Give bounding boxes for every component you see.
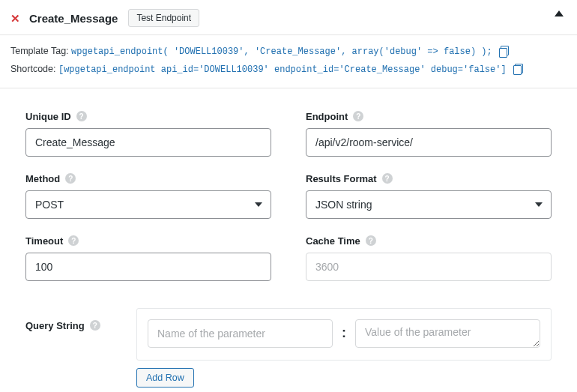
label-text: Query String bbox=[25, 320, 85, 331]
query-string-section: Query String ? : Add Row bbox=[0, 301, 577, 392]
collapse-up-icon[interactable] bbox=[555, 10, 564, 16]
help-icon[interactable]: ? bbox=[76, 111, 87, 121]
label-text: Endpoint bbox=[306, 111, 348, 122]
query-string-row: : bbox=[136, 308, 552, 361]
method-label: Method ? bbox=[25, 173, 271, 184]
label-text: Unique ID bbox=[25, 111, 71, 122]
label-text: Results Format bbox=[306, 173, 377, 184]
template-tag-label: Template Tag: bbox=[10, 46, 71, 56]
close-icon[interactable]: ✕ bbox=[10, 13, 20, 24]
colon-separator: : bbox=[340, 325, 348, 341]
help-icon[interactable]: ? bbox=[353, 111, 363, 121]
label-text: Timeout bbox=[25, 235, 63, 247]
panel-header: ✕ Create_Message Test Endpoint bbox=[0, 0, 577, 35]
timeout-label: Timeout ? bbox=[25, 235, 271, 247]
cache-time-input[interactable] bbox=[306, 253, 552, 281]
label-text: Cache Time bbox=[306, 235, 360, 247]
unique-id-input[interactable] bbox=[25, 128, 271, 157]
copy-icon[interactable] bbox=[499, 46, 509, 55]
results-format-label: Results Format ? bbox=[306, 173, 552, 184]
add-row-button[interactable]: Add Row bbox=[136, 368, 194, 388]
help-icon[interactable]: ? bbox=[382, 173, 393, 184]
endpoint-title: Create_Message bbox=[29, 12, 118, 25]
template-tag-code: wpgetapi_endpoint( 'DOWELL10039', 'Creat… bbox=[71, 46, 492, 57]
unique-id-label: Unique ID ? bbox=[25, 111, 271, 122]
endpoint-input[interactable] bbox=[306, 128, 552, 157]
param-name-input[interactable] bbox=[148, 319, 333, 348]
timeout-input[interactable] bbox=[25, 253, 271, 281]
help-icon[interactable]: ? bbox=[90, 320, 100, 331]
shortcode-line: Shortcode: [wpgetapi_endpoint api_id='DO… bbox=[10, 61, 567, 79]
help-icon[interactable]: ? bbox=[366, 235, 376, 246]
query-string-label: Query String ? bbox=[25, 308, 114, 331]
code-snippets: Template Tag: wpgetapi_endpoint( 'DOWELL… bbox=[0, 35, 577, 88]
fields-area: Unique ID ? Endpoint ? Method ? bbox=[0, 88, 577, 301]
label-text: Method bbox=[25, 173, 60, 184]
copy-icon[interactable] bbox=[513, 64, 523, 73]
help-icon[interactable]: ? bbox=[65, 173, 76, 184]
help-icon[interactable]: ? bbox=[68, 235, 79, 246]
method-select[interactable] bbox=[25, 190, 271, 219]
cache-time-label: Cache Time ? bbox=[306, 235, 552, 247]
param-value-input[interactable] bbox=[355, 319, 540, 348]
test-endpoint-button[interactable]: Test Endpoint bbox=[128, 9, 199, 27]
endpoint-label: Endpoint ? bbox=[306, 111, 552, 122]
shortcode-label: Shortcode: bbox=[10, 64, 58, 74]
shortcode-code: [wpgetapi_endpoint api_id='DOWELL10039' … bbox=[58, 64, 507, 75]
template-tag-line: Template Tag: wpgetapi_endpoint( 'DOWELL… bbox=[10, 43, 567, 61]
results-format-select[interactable] bbox=[306, 190, 552, 219]
